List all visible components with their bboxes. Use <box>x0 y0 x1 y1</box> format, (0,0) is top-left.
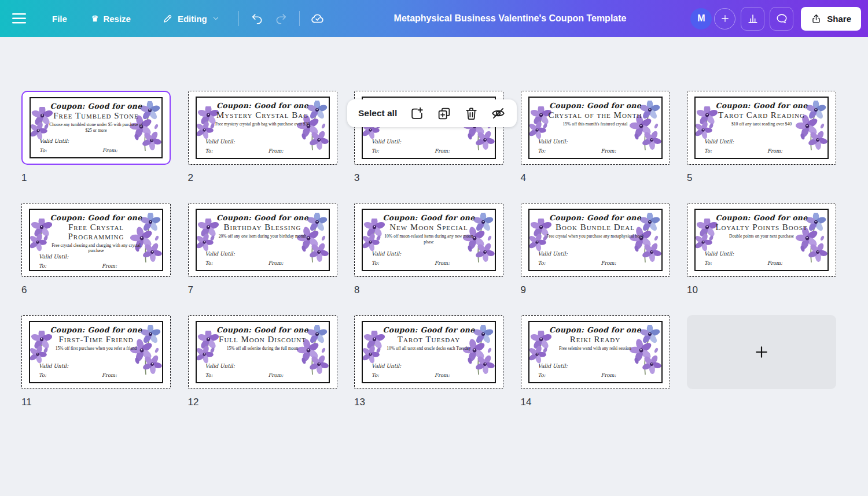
editing-mode-button[interactable]: Editing <box>154 7 228 30</box>
delete-page-button[interactable] <box>464 106 479 121</box>
coupon-page[interactable]: Coupon: Good for one Birthday Blessing 2… <box>188 203 337 277</box>
coupon-to-label: To: <box>538 260 546 266</box>
resize-button[interactable]: ♛ Resize <box>83 7 139 30</box>
menu-button[interactable] <box>7 7 31 30</box>
coupon-page[interactable]: Coupon: Good for one Mystery Crystal Bag… <box>188 91 337 165</box>
page-number: 8 <box>354 284 503 296</box>
insights-icon <box>746 12 759 25</box>
coupon-description: $10 off any tarot reading over $40 <box>731 121 792 127</box>
comment-icon <box>775 12 788 25</box>
page-number: 1 <box>21 172 171 184</box>
coupon-from-label: From: <box>435 148 450 154</box>
undo-button[interactable] <box>245 7 269 30</box>
add-member-button[interactable] <box>714 8 735 29</box>
divider <box>299 11 300 26</box>
coupon-valid-until-label: Valid Until: <box>704 251 734 257</box>
canvas-area: Select all <box>0 91 868 496</box>
coupon-title: Free Tumbled Stone <box>53 112 138 121</box>
plus-icon <box>720 13 730 24</box>
coupon-title: Loyalty Points Boost <box>715 223 807 232</box>
trash-icon <box>464 106 479 121</box>
coupon-valid-until-label: Valid Until: <box>538 251 568 257</box>
avatar[interactable]: M <box>690 8 712 29</box>
coupon-script-heading: Coupon: Good for one <box>716 213 808 222</box>
coupon-page[interactable]: Coupon: Good for one Tarot Tuesday 10% o… <box>354 315 503 389</box>
select-all-button[interactable]: Select all <box>358 108 397 119</box>
coupon-page[interactable]: Coupon: Good for one Tarot Card Reading … <box>687 91 836 165</box>
coupon-page[interactable]: Coupon: Good for one Reiki Ready Free se… <box>521 315 670 389</box>
coupon-title: First-Time Friend <box>58 335 133 345</box>
coupon-page[interactable]: Coupon: Good for one Full Moon Discount … <box>188 315 337 389</box>
coupon-to-label: To: <box>372 260 379 266</box>
coupon-page[interactable]: Coupon: Good for one Crystal of the Mont… <box>521 91 670 165</box>
pencil-icon <box>162 13 173 24</box>
document-title[interactable]: Metaphysical Business Valentine's Coupon… <box>330 13 691 24</box>
coupon-description: Free crystal when you purchase any metap… <box>546 234 643 239</box>
coupon-page[interactable]: Coupon: Good for one Free Tumbled Stone … <box>21 91 171 165</box>
coupon-page[interactable]: Coupon: Good for one First-Time Friend 1… <box>21 315 171 389</box>
coupon-to-label: To: <box>205 148 213 154</box>
coupon-to-from-row: To: From: <box>199 260 326 266</box>
page-cell: Coupon: Good for one Tarot Tuesday 10% o… <box>354 315 503 408</box>
coupon-to-label: To: <box>372 372 379 378</box>
coupon-title: New Moon Special <box>389 223 468 232</box>
cloud-check-icon <box>311 12 325 25</box>
coupon-valid-until-label: Valid Until: <box>372 251 401 257</box>
coupon-from-label: From: <box>269 260 284 266</box>
redo-button[interactable] <box>269 7 293 30</box>
coupon-to-label: To: <box>704 260 712 266</box>
page-number: 13 <box>354 397 503 408</box>
plus-icon <box>754 345 769 360</box>
page-cell: Coupon: Good for one First-Time Friend 1… <box>21 315 171 408</box>
page-cell: Coupon: Good for one Reiki Ready Free se… <box>521 315 670 408</box>
coupon-description: Choose any tumbled stone under $5 with p… <box>46 122 146 134</box>
coupon-to-from-row: To: From: <box>532 372 659 378</box>
add-page-tile[interactable] <box>687 315 836 389</box>
coupon-to-label: To: <box>372 148 379 154</box>
coupon-script-heading: Coupon: Good for one <box>549 101 641 110</box>
coupon-valid-until-label: Valid Until: <box>704 139 734 145</box>
duplicate-page-button[interactable] <box>436 106 451 121</box>
menu-icon <box>12 13 26 24</box>
coupon-to-from-row: To: From: <box>33 147 159 153</box>
coupon-page[interactable]: Coupon: Good for one New Moon Special 10… <box>354 203 503 277</box>
redo-icon <box>275 12 288 25</box>
coupon-script-heading: Coupon: Good for one <box>216 325 308 334</box>
hide-page-button[interactable] <box>491 106 506 121</box>
insights-button[interactable] <box>741 7 764 31</box>
coupon-to-from-row: To: From: <box>199 148 326 154</box>
cloud-save-status-button[interactable] <box>306 7 330 30</box>
coupon-to-from-row: To: From: <box>32 263 160 269</box>
coupon-page[interactable]: Coupon: Good for one Loyalty Points Boos… <box>687 203 836 277</box>
coupon-title: Book Bundle Deal <box>556 223 635 232</box>
file-button[interactable]: File <box>44 7 75 30</box>
coupon-description: 15% off this month's featured crystal <box>563 121 628 127</box>
page-cell: Coupon: Good for one New Moon Special 10… <box>354 203 503 296</box>
page-number: 14 <box>521 397 670 408</box>
coupon-description: Double points on your next purchase <box>729 234 794 239</box>
upload-icon <box>811 13 822 24</box>
coupon-script-heading: Coupon: Good for one <box>50 213 142 222</box>
share-button[interactable]: Share <box>801 7 861 31</box>
page-cell: Coupon: Good for one Tarot Card Reading … <box>687 91 836 184</box>
divider <box>238 11 239 26</box>
avatar-initial: M <box>697 13 705 24</box>
hide-icon <box>491 106 506 121</box>
coupon-frame: Coupon: Good for one Tarot Tuesday 10% o… <box>362 321 496 383</box>
coupon-valid-until-label: Valid Until: <box>39 363 68 369</box>
add-page-button[interactable] <box>409 106 424 121</box>
page-number: 5 <box>687 172 836 184</box>
coupon-frame: Coupon: Good for one Birthday Blessing 2… <box>196 209 330 271</box>
editing-label: Editing <box>178 14 207 24</box>
coupon-frame: Coupon: Good for one Crystal of the Mont… <box>528 97 663 159</box>
coupon-page[interactable]: Coupon: Good for one Free Crystal Progra… <box>21 203 171 277</box>
coupon-page[interactable]: Coupon: Good for one Book Bundle Deal Fr… <box>521 203 670 277</box>
coupon-valid-until-label: Valid Until: <box>372 139 401 145</box>
share-label: Share <box>827 14 851 24</box>
page-cell: Coupon: Good for one Book Bundle Deal Fr… <box>521 203 670 296</box>
page-number: 12 <box>188 397 337 408</box>
coupon-to-label: To: <box>205 260 213 266</box>
page-cell: Coupon: Good for one Mystery Crystal Bag… <box>188 91 337 184</box>
coupon-from-label: From: <box>102 147 117 153</box>
comments-button[interactable] <box>770 7 793 31</box>
